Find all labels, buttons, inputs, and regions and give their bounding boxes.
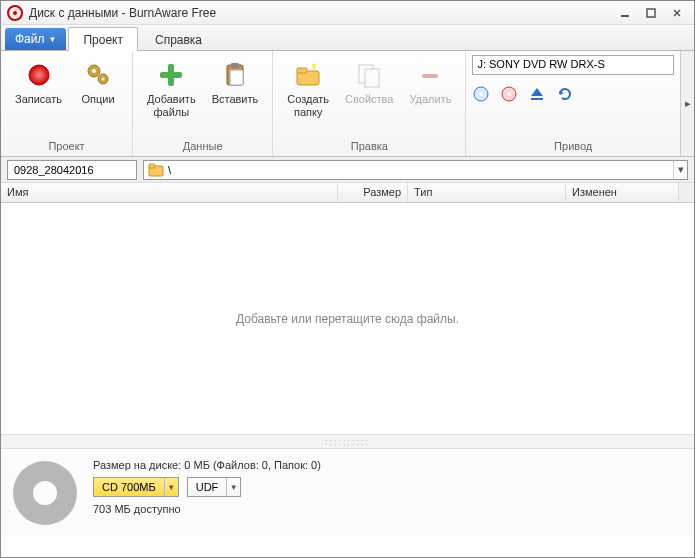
options-label: Опции [81,93,114,106]
drive-selector[interactable]: J: SONY DVD RW DRX-S [472,55,674,75]
disc-available: 703 МБ доступно [93,503,321,515]
svg-rect-3 [647,9,655,17]
ribbon-scroll-right[interactable]: ▸ [680,51,694,156]
disc-erase-icon[interactable] [500,85,518,103]
svg-point-9 [102,78,105,81]
refresh-icon[interactable] [556,85,574,103]
list-header: Имя Размер Тип Изменен [1,183,694,203]
tab-bar: Файл ▼ Проект Справка [1,25,694,51]
compilation-name-input[interactable]: 0928_28042016 [7,160,137,180]
svg-point-5 [29,65,49,85]
clipboard-icon [219,59,251,91]
svg-rect-24 [531,98,543,100]
svg-rect-16 [297,68,307,73]
ribbon-group-data: Добавить файлы Вставить Данные [133,51,273,156]
properties-icon [353,59,385,91]
splitter-gripper[interactable]: :::::::::: [1,435,694,449]
col-type[interactable]: Тип [408,183,566,202]
add-files-button[interactable]: Добавить файлы [139,55,204,123]
svg-rect-26 [149,164,155,168]
paste-button[interactable]: Вставить [204,55,267,110]
ribbon-group-edit: Создать папку Свойства Удалить Правка [273,51,466,156]
disc-info-icon[interactable] [472,85,490,103]
ribbon: Записать Опции Проект Добавить файлы Вст… [1,51,694,157]
disc-type-combo[interactable]: CD 700МБ ▼ [93,477,179,497]
burn-label: Записать [15,93,62,106]
folder-icon [148,163,164,177]
close-button[interactable] [666,6,688,20]
col-size[interactable]: Размер [338,183,408,202]
file-menu-label: Файл [15,32,45,46]
chevron-down-icon: ▼ [49,35,57,44]
svg-point-28 [33,481,57,505]
disc-type-value: CD 700МБ [94,481,164,493]
delete-label: Удалить [409,93,451,106]
svg-rect-11 [160,72,182,78]
path-bar: 0928_28042016 \ ▾ [1,157,694,183]
svg-point-7 [92,69,96,73]
record-icon [23,59,55,91]
delete-button: Удалить [401,55,459,110]
fs-value: UDF [188,481,227,493]
svg-rect-19 [422,74,438,78]
group-project-label: Проект [1,138,132,156]
file-area[interactable]: Добавьте или перетащите сюда файлы. [1,203,694,435]
minimize-button[interactable] [614,6,636,20]
path-text: \ [168,164,171,176]
add-files-label: Добавить файлы [147,93,196,119]
col-modified[interactable]: Изменен [566,183,678,202]
window-title: Диск с данными - BurnAware Free [29,6,608,20]
list-scrollbar[interactable] [678,183,694,202]
ribbon-group-project: Записать Опции Проект [1,51,133,156]
new-folder-icon [292,59,324,91]
chevron-down-icon: ▼ [226,478,240,496]
disc-gauge-icon [11,459,79,527]
eject-icon[interactable] [528,85,546,103]
disc-summary: Размер на диске: 0 МБ (Файлов: 0, Папок:… [93,459,321,471]
properties-button: Свойства [337,55,401,110]
filesystem-combo[interactable]: UDF ▼ [187,477,242,497]
svg-point-1 [13,11,17,15]
properties-label: Свойства [345,93,393,106]
svg-rect-14 [230,70,243,85]
file-menu-button[interactable]: Файл ▼ [5,28,66,50]
plus-icon [155,59,187,91]
svg-point-21 [479,92,483,96]
app-icon [7,5,23,21]
delete-icon [414,59,446,91]
group-data-label: Данные [133,138,272,156]
new-folder-button[interactable]: Создать папку [279,55,337,123]
col-name[interactable]: Имя [1,183,338,202]
svg-rect-18 [365,69,379,87]
window-controls [614,6,688,20]
svg-point-23 [507,92,511,96]
footer-panel: Размер на диске: 0 МБ (Файлов: 0, Папок:… [1,449,694,537]
burn-button[interactable]: Записать [7,55,70,110]
maximize-button[interactable] [640,6,662,20]
paste-label: Вставить [212,93,259,106]
titlebar: Диск с данными - BurnAware Free [1,1,694,25]
gears-icon [82,59,114,91]
new-folder-label: Создать папку [287,93,329,119]
tab-help[interactable]: Справка [140,27,217,51]
options-button[interactable]: Опции [70,55,126,110]
svg-rect-13 [231,63,239,68]
chevron-down-icon: ▼ [164,478,178,496]
path-field[interactable]: \ ▾ [143,160,688,180]
group-edit-label: Правка [273,138,465,156]
tab-project[interactable]: Проект [68,27,138,51]
svg-rect-2 [621,15,629,17]
ribbon-group-drive: J: SONY DVD RW DRX-S Привод [466,51,680,156]
path-dropdown-icon[interactable]: ▾ [673,161,687,179]
group-drive-label: Привод [466,138,680,156]
